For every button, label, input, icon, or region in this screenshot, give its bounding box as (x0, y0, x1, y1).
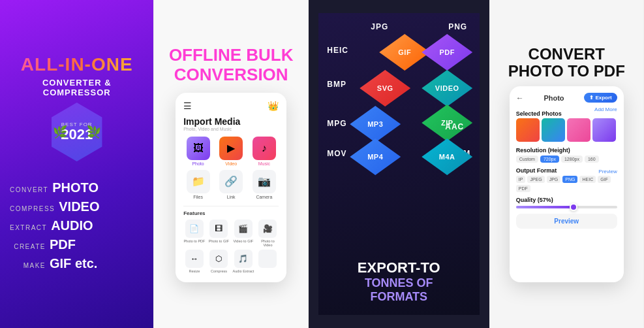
media-item-files[interactable]: 📁 Files (183, 170, 213, 199)
feature-icon: ⬡ (209, 250, 228, 268)
feature-box: ↔ Resize (183, 250, 206, 273)
quality-label: Quality (57%) (516, 197, 617, 203)
panel-offline-bulk: OFFLINE BULK CONVERSION ☰ 👑 Import Media… (154, 0, 308, 328)
format-label-heic: HEIC (327, 46, 348, 55)
list-item: CONVERT PHOTO (10, 178, 144, 197)
feature-icon: 🎬 (234, 220, 253, 238)
slider-fill (516, 206, 574, 208)
photo-thumb (567, 118, 590, 142)
quality-section: Quality (57%) (516, 197, 617, 208)
conversion-text: CONVERSION (169, 65, 294, 85)
format-diamond-svg: SVG (360, 70, 410, 107)
format-label-aac: AAC (445, 122, 464, 131)
format-label-mpg: MPG (327, 119, 346, 128)
export-to-text: EXPORT-TO (358, 259, 440, 276)
feature-icon: 📄 (185, 220, 204, 238)
export-button[interactable]: ⬆ Export (584, 93, 617, 103)
format-jpeg[interactable]: JPEG (527, 176, 544, 183)
phone-mockup-2: ← Photo ⬆ Export Selected Photos Add Mor… (510, 86, 624, 282)
quality-slider[interactable] (516, 206, 617, 208)
format-diamond-video: VIDEO (422, 70, 472, 107)
media-item-link[interactable]: 🔗 Link (217, 170, 246, 199)
slider-thumb[interactable] (570, 203, 577, 211)
format-diamond-mp4: MP4 (350, 139, 401, 175)
media-item-camera[interactable]: 📷 Camera (250, 170, 279, 199)
feature-box: 📄 Photo to PDF (183, 220, 206, 247)
format-label-png: PNG (448, 22, 467, 31)
format-pdf[interactable]: PDF (516, 185, 530, 192)
panel-convert-photo: CONVERT PHOTO TO PDF ← Photo ⬆ Export Se… (490, 0, 644, 328)
media-grid: 🖼 Photo ▶ Video ♪ Music 📁 Files 🔗 Link 📷 (183, 137, 279, 199)
list-item: COMPRESS VIDEO (10, 197, 144, 216)
option-1280[interactable]: 1280px (561, 156, 583, 163)
p3-wrap: JPG PNG HEIC BMP MPG MOV TRIM GIF PDF SV… (318, 13, 480, 315)
crown-icon: 👑 (268, 101, 279, 111)
list-item: CREATE PDF (10, 235, 144, 254)
photo-thumb (542, 118, 565, 142)
bottom-text: EXPORT-TO TONNES OF FORMATS (358, 259, 440, 307)
preview-link[interactable]: Preview (598, 169, 617, 174)
camera-icon: 📷 (253, 170, 276, 193)
output-format-row: Output Format Preview IP JPEG JPG PNG HE… (516, 167, 617, 192)
phone-header: ☰ 👑 (183, 101, 279, 111)
output-format-label: Output Format (516, 167, 557, 174)
import-sub: Photo, Video and Music (183, 127, 279, 131)
resolution-row: Resolution (Height) Custom 720px 1280px … (516, 147, 617, 163)
format-label-bmp: BMP (327, 80, 346, 89)
preview-button[interactable]: Preview (516, 214, 617, 229)
list-item: MAKE GIF etc. (10, 254, 144, 273)
selected-photos-label: Selected Photos (516, 110, 562, 117)
option-160[interactable]: 160 (585, 156, 599, 163)
format-heic[interactable]: HEIC (579, 176, 596, 183)
media-item-video[interactable]: ▶ Video (217, 137, 246, 166)
back-arrow-icon[interactable]: ← (516, 93, 524, 103)
formats-text: FORMATS (358, 290, 440, 304)
feature-list: CONVERT PHOTO COMPRESS VIDEO EXTRACT AUD… (10, 178, 144, 273)
format-ip[interactable]: IP (516, 176, 526, 183)
diamonds-area: JPG PNG HEIC BMP MPG MOV TRIM GIF PDF SV… (324, 21, 474, 178)
feature-box (257, 250, 279, 273)
features-title: Features (183, 210, 279, 216)
feature-icon: ↔ (185, 250, 204, 268)
import-title: Import Media (183, 116, 279, 127)
features-grid: 📄 Photo to PDF 🎞 Photo to GIF 🎬 Video to… (183, 220, 279, 273)
offline-bulk-text: OFFLINE BULK (169, 46, 294, 65)
format-gif[interactable]: GIF (598, 176, 611, 183)
resolution-options: Custom 720px 1280px 160 (516, 156, 617, 163)
media-item-photo[interactable]: 🖼 Photo (183, 137, 213, 166)
all-in-one-text: ALL-IN-ONE (21, 55, 133, 75)
option-720[interactable]: 720px (540, 156, 559, 163)
feature-box: ⬡ Compress (208, 250, 230, 273)
shield-badge: 🌿 BEST FOR 2021 🌿 (48, 103, 106, 161)
panel-formats: JPG PNG HEIC BMP MPG MOV TRIM GIF PDF SV… (309, 0, 490, 328)
hamburger-icon: ☰ (183, 101, 192, 111)
list-item: EXTRACT AUDIO (10, 216, 144, 235)
panel-all-in-one: ALL-IN-ONE CONVERTER & COMPRESSOR 🌿 BEST… (0, 0, 154, 328)
files-icon: 📁 (187, 170, 210, 193)
badge-container: ALL-IN-ONE CONVERTER & COMPRESSOR 🌿 BEST… (21, 55, 133, 161)
format-diamond-mp3: MP3 (350, 106, 401, 142)
feature-box: 🎬 Video to GIF (232, 220, 254, 247)
photo-strip (516, 118, 617, 142)
convert-photo-title: CONVERT PHOTO TO PDF (508, 46, 625, 80)
feature-box: 🎞 Photo to GIF (208, 220, 230, 247)
link-icon: 🔗 (219, 170, 243, 193)
phone2-header: ← Photo ⬆ Export (516, 93, 617, 103)
media-item-music[interactable]: ♪ Music (250, 137, 279, 166)
tonnes-of-text: TONNES OF (358, 276, 440, 290)
photo-thumb (592, 118, 616, 142)
photo-icon: 🖼 (187, 137, 210, 160)
format-diamond-m4a: M4A (422, 139, 472, 175)
feature-box: 🎵 Audio Extract (232, 250, 254, 273)
resolution-label: Resolution (Height) (516, 147, 617, 154)
panel2-title: OFFLINE BULK CONVERSION (169, 46, 294, 85)
option-custom[interactable]: Custom (516, 156, 538, 163)
phone-mockup: ☰ 👑 Import Media Photo, Video and Music … (176, 93, 286, 282)
laurel-left-icon: 🌿 (53, 125, 67, 139)
format-jpg[interactable]: JPG (547, 176, 561, 183)
music-icon: ♪ (253, 137, 276, 160)
format-png[interactable]: PNG (562, 176, 577, 183)
add-more-link[interactable]: Add More (594, 107, 617, 112)
converter-text: CONVERTER & COMPRESSOR (42, 78, 112, 97)
feature-box: 🎥 Photo to Video (257, 220, 279, 247)
